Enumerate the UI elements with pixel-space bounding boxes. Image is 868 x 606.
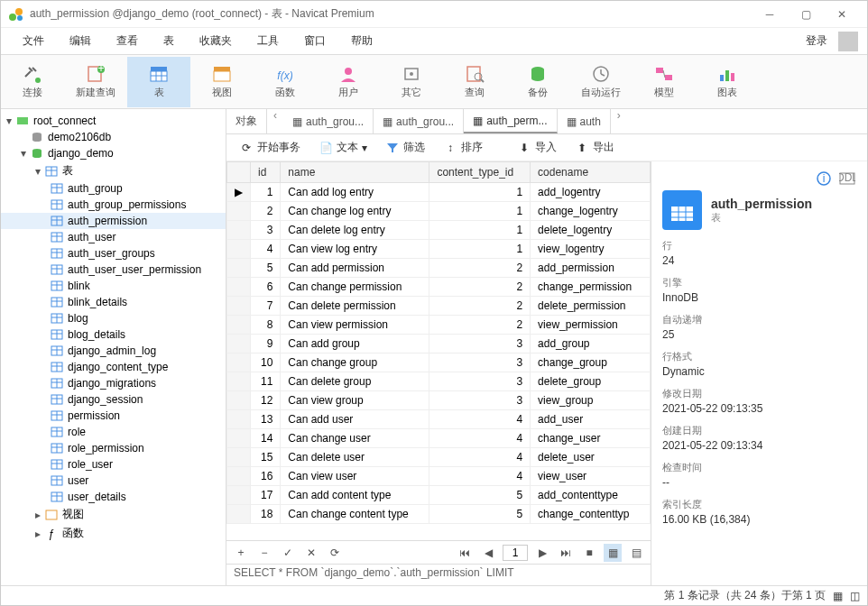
tree-table-item[interactable]: django_admin_log xyxy=(1,343,226,359)
table-row[interactable]: 14Can change user4change_user xyxy=(227,429,651,448)
menu-help[interactable]: 帮助 xyxy=(338,30,385,52)
table-row[interactable]: 6Can change permission2change_permission xyxy=(227,278,651,297)
tree-database[interactable]: ▾ django_demo xyxy=(1,145,226,161)
tree-table-item[interactable]: role xyxy=(1,424,226,440)
table-row[interactable]: 16Can view user4view_user xyxy=(227,467,651,486)
table-row[interactable]: 12Can view group3view_group xyxy=(227,391,651,410)
maximize-button[interactable]: ▢ xyxy=(788,1,824,28)
col-name[interactable]: name xyxy=(281,162,429,183)
tree-table-item[interactable]: blog xyxy=(1,310,226,326)
toolbar-fx-button[interactable]: f(x)函数 xyxy=(254,57,317,107)
toolbar-auto-button[interactable]: 自动运行 xyxy=(569,57,633,107)
toolbar-query-button[interactable]: 查询 xyxy=(443,57,506,107)
info-button[interactable]: i xyxy=(815,170,833,187)
table-row[interactable]: 15Can delete user4delete_user xyxy=(227,448,651,467)
avatar[interactable] xyxy=(838,32,858,51)
tab-objects[interactable]: 对象 xyxy=(226,109,267,133)
first-page-button[interactable]: ⏮ xyxy=(456,544,474,562)
toolbar-backup-button[interactable]: 备份 xyxy=(506,57,569,107)
tree-table-item[interactable]: role_user xyxy=(1,456,226,473)
tab-table[interactable]: ▦auth xyxy=(558,109,611,133)
table-row[interactable]: ▶1Can add log entry1add_logentry xyxy=(227,183,651,202)
tree-table-item[interactable]: auth_group xyxy=(1,180,226,197)
text-view-button[interactable]: 📄文本 ▾ xyxy=(313,138,373,157)
menu-window[interactable]: 窗口 xyxy=(291,30,338,52)
tree-table-item[interactable]: auth_permission xyxy=(1,213,226,229)
table-row[interactable]: 11Can delete group3delete_group xyxy=(227,372,651,391)
tree-table-item[interactable]: auth_user xyxy=(1,229,226,245)
import-button[interactable]: ⬇导入 xyxy=(512,138,562,157)
stop-button[interactable]: ■ xyxy=(580,544,598,562)
tree-table-item[interactable]: auth_user_user_permission xyxy=(1,262,226,278)
tree-table-item[interactable]: blink_details xyxy=(1,294,226,310)
filter-button[interactable]: 筛选 xyxy=(380,138,430,157)
ddl-button[interactable]: DDL xyxy=(838,170,856,187)
begin-transaction-button[interactable]: ⟳开始事务 xyxy=(234,138,306,157)
table-row[interactable]: 18Can change content type5change_content… xyxy=(227,505,651,524)
toolbar-view-button[interactable]: 视图 xyxy=(190,57,254,107)
delete-row-button[interactable]: − xyxy=(255,544,273,562)
tree-table-item[interactable]: user xyxy=(1,473,226,489)
tree-table-item[interactable]: django_content_type xyxy=(1,359,226,375)
table-row[interactable]: 17Can add content type5add_contenttype xyxy=(227,486,651,505)
table-row[interactable]: 8Can view permission2view_permission xyxy=(227,316,651,335)
table-row[interactable]: 5Can add permission2add_permission xyxy=(227,259,651,278)
table-row[interactable]: 13Can add user4add_user xyxy=(227,410,651,429)
minimize-button[interactable]: ─ xyxy=(752,1,788,28)
col-codename[interactable]: codename xyxy=(531,162,651,183)
tree-table-item[interactable]: role_permission xyxy=(1,440,226,456)
sort-button[interactable]: ↕排序 xyxy=(438,138,488,157)
table-row[interactable]: 10Can change group3change_group xyxy=(227,354,651,372)
tree-group-tables[interactable]: ▾ 表 xyxy=(1,161,226,180)
tree-table-item[interactable]: user_details xyxy=(1,489,226,505)
chevron-down-icon[interactable]: ▾ xyxy=(32,165,44,178)
tree-table-item[interactable]: blink xyxy=(1,278,226,294)
tree-table-item[interactable]: django_migrations xyxy=(1,375,226,391)
add-row-button[interactable]: + xyxy=(232,544,250,562)
tree-table-item[interactable]: auth_group_permissions xyxy=(1,197,226,213)
tab-nav-right[interactable]: › xyxy=(611,109,627,133)
toolbar-user-button[interactable]: 用户 xyxy=(317,57,380,107)
tree-group-views[interactable]: ▸ 视图 xyxy=(1,505,226,524)
tree-table-item[interactable]: permission xyxy=(1,408,226,424)
tree-group-functions[interactable]: ▸ ƒ 函数 xyxy=(1,524,226,543)
menu-view[interactable]: 查看 xyxy=(104,30,151,52)
cancel-button[interactable]: ✕ xyxy=(302,544,320,562)
chevron-right-icon[interactable]: ▸ xyxy=(32,528,44,540)
commit-button[interactable]: ✓ xyxy=(279,544,297,562)
chevron-right-icon[interactable]: ▸ xyxy=(32,509,44,521)
refresh-button[interactable]: ⟳ xyxy=(326,544,344,562)
table-row[interactable]: 7Can delete permission2delete_permission xyxy=(227,297,651,316)
tab-nav-left[interactable]: ‹ xyxy=(267,109,283,133)
prev-page-button[interactable]: ◀ xyxy=(479,544,497,562)
menu-tool[interactable]: 工具 xyxy=(245,30,291,52)
toolbar-newquery-button[interactable]: +新建查询 xyxy=(64,57,127,107)
toolbar-plug-button[interactable]: 连接 xyxy=(1,57,64,107)
table-row[interactable]: 3Can delete log entry1delete_logentry xyxy=(227,221,651,240)
object-tree[interactable]: ▾ root_connect demo2106db ▾ django_demo … xyxy=(1,109,226,585)
tab-table[interactable]: ▦auth_grou... xyxy=(283,109,374,133)
grid-mode-icon[interactable]: ▦ xyxy=(833,590,843,602)
menu-table[interactable]: 表 xyxy=(151,30,187,52)
toolbar-chart-button[interactable]: 图表 xyxy=(696,57,759,107)
tree-table-item[interactable]: blog_details xyxy=(1,326,226,343)
menu-favorite[interactable]: 收藏夹 xyxy=(187,30,245,52)
grid-view-button[interactable]: ▦ xyxy=(604,544,622,562)
menu-file[interactable]: 文件 xyxy=(10,30,57,52)
tab-table[interactable]: ▦auth_grou... xyxy=(374,109,464,133)
login-button[interactable]: 登录 xyxy=(800,30,833,52)
menu-edit[interactable]: 编辑 xyxy=(57,30,104,52)
last-page-button[interactable]: ⏭ xyxy=(557,544,575,562)
page-input[interactable] xyxy=(503,545,528,561)
chevron-down-icon[interactable]: ▾ xyxy=(3,115,15,127)
next-page-button[interactable]: ▶ xyxy=(533,544,551,562)
form-view-button[interactable]: ▤ xyxy=(627,544,645,562)
col-content-type-id[interactable]: content_type_id xyxy=(429,162,531,183)
tree-connection[interactable]: ▾ root_connect xyxy=(1,113,226,129)
toolbar-model-button[interactable]: 模型 xyxy=(633,57,696,107)
table-row[interactable]: 2Can change log entry1change_logentry xyxy=(227,202,651,221)
tab-table-active[interactable]: ▦auth_perm... xyxy=(464,109,557,133)
export-button[interactable]: ⬆导出 xyxy=(569,138,620,157)
tree-table-item[interactable]: auth_user_groups xyxy=(1,245,226,262)
close-button[interactable]: ✕ xyxy=(824,1,860,28)
